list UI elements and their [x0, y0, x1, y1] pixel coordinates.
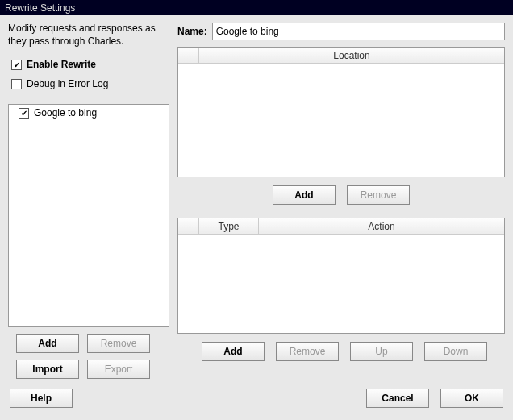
location-buttons: Add Remove: [177, 185, 505, 205]
left-pane: Modify requests and responses as they pa…: [8, 23, 169, 379]
remove-rule-button[interactable]: Remove: [87, 334, 150, 353]
debug-checkbox[interactable]: [11, 79, 22, 89]
action-col-type[interactable]: Type: [199, 218, 259, 234]
right-pane: Name: Location Add Remove Type A: [177, 23, 505, 379]
rule-buttons-row-2: Import Export: [8, 360, 169, 379]
remove-action-button[interactable]: Remove: [276, 342, 339, 361]
help-button[interactable]: Help: [10, 389, 73, 408]
location-thead: Location: [178, 48, 504, 64]
action-tbody: [178, 235, 504, 333]
footer: Help Cancel OK: [0, 385, 513, 416]
intro-text: Modify requests and responses as they pa…: [8, 23, 169, 48]
action-buttons: Add Remove Up Down: [177, 342, 505, 361]
add-location-button[interactable]: Add: [273, 185, 336, 205]
rules-list[interactable]: ✔ Google to bing: [8, 104, 169, 327]
titlebar: Rewrite Settings: [0, 0, 513, 15]
location-tbody: [178, 64, 504, 177]
debug-label: Debug in Error Log: [27, 78, 108, 89]
rule-label: Google to bing: [34, 107, 97, 119]
action-section: Type Action Add Remove Up Down: [177, 218, 505, 361]
add-action-button[interactable]: Add: [202, 342, 265, 361]
cancel-button[interactable]: Cancel: [366, 389, 429, 408]
remove-location-button[interactable]: Remove: [347, 185, 410, 205]
name-input[interactable]: [212, 23, 505, 40]
up-action-button[interactable]: Up: [350, 342, 413, 361]
location-table[interactable]: Location: [177, 47, 505, 177]
export-rule-button[interactable]: Export: [87, 360, 150, 379]
down-action-button[interactable]: Down: [424, 342, 487, 361]
enable-rewrite-row[interactable]: ✔ Enable Rewrite: [8, 59, 169, 70]
check-icon: ✔: [21, 109, 27, 118]
list-item[interactable]: ✔ Google to bing: [9, 105, 169, 121]
debug-row[interactable]: Debug in Error Log: [8, 78, 169, 89]
ok-button[interactable]: OK: [440, 389, 503, 408]
rule-checkbox[interactable]: ✔: [19, 108, 29, 119]
enable-rewrite-label: Enable Rewrite: [27, 59, 96, 70]
import-rule-button[interactable]: Import: [16, 360, 79, 379]
name-row: Name:: [177, 23, 505, 40]
name-label: Name:: [177, 26, 207, 37]
location-col-location[interactable]: Location: [199, 48, 504, 63]
content: Modify requests and responses as they pa…: [0, 15, 513, 385]
location-col-stub[interactable]: [178, 48, 199, 63]
location-section: Location Add Remove: [177, 47, 505, 205]
rule-buttons-row-1: Add Remove: [8, 334, 169, 353]
enable-rewrite-checkbox[interactable]: ✔: [11, 60, 22, 70]
add-rule-button[interactable]: Add: [16, 334, 79, 353]
window-title: Rewrite Settings: [5, 2, 75, 14]
check-icon: ✔: [14, 60, 20, 69]
action-col-action[interactable]: Action: [259, 218, 504, 234]
action-col-stub[interactable]: [178, 218, 199, 234]
action-thead: Type Action: [178, 218, 504, 235]
action-table[interactable]: Type Action: [177, 218, 505, 334]
